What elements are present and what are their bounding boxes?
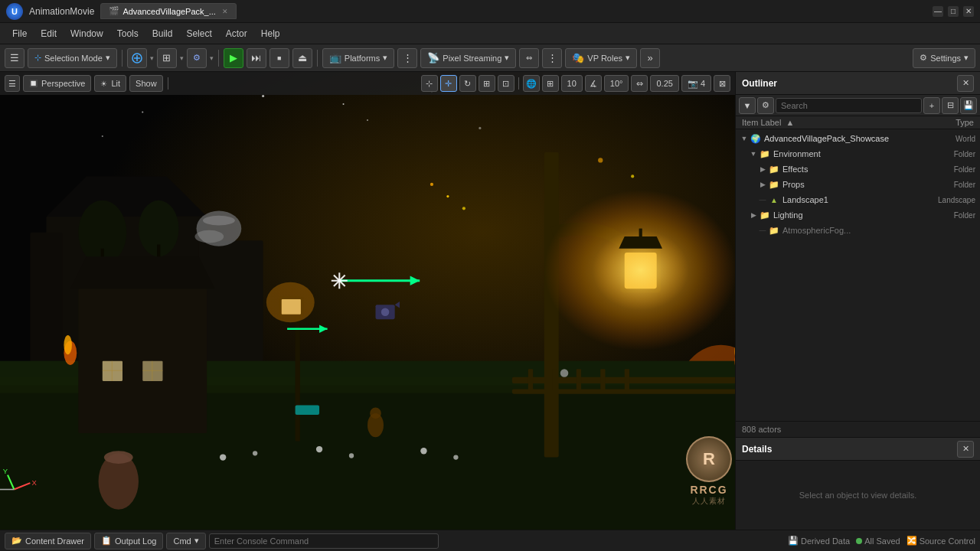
saved-status-dot [856, 538, 862, 544]
expand-effects[interactable]: ▶ [757, 164, 768, 174]
eject-button[interactable]: ⏏ [292, 48, 312, 68]
output-log-button[interactable]: 📋 Output Log [94, 533, 163, 549]
main-tab[interactable]: 🎬 AdvancedVillagePack_... ✕ [100, 3, 237, 19]
source-control-label: Source Control [920, 536, 975, 546]
tree-item-lighting[interactable]: ▶ 📁 Lighting Folder [736, 207, 980, 223]
hamburger-menu-button[interactable]: ☰ [5, 48, 24, 68]
tab-close-icon[interactable]: ✕ [222, 8, 228, 15]
rotate-button[interactable]: ↻ [459, 75, 476, 92]
outliner-search-input[interactable] [776, 98, 922, 113]
toolbar-dots-button[interactable]: ⋮ [397, 48, 417, 68]
settings-button[interactable]: ⚙ Settings ▾ [913, 48, 975, 68]
main-area: X Y - Z ☰ 🔲 Perspective ☀ Lit Show [0, 72, 980, 530]
platforms-button[interactable]: 📺 Platforms ▾ [322, 48, 394, 68]
outliner-columns: Item Label ▲ Type [736, 116, 980, 129]
tree-item-atmosphericfog[interactable]: — 📁 AtmosphericFog... [736, 223, 980, 238]
cmd-label-button[interactable]: Cmd ▾ [166, 533, 205, 549]
outliner-save-button[interactable]: 💾 [960, 97, 977, 114]
lit-button[interactable]: ☀ Lit [94, 75, 126, 92]
selection-mode-button[interactable]: ⊹ Selection Mode ▾ [28, 48, 117, 68]
vp-roles-button[interactable]: 🎭 VP Roles ▾ [565, 48, 637, 68]
selection-mode-icon: ⊹ [34, 53, 41, 63]
viewport-menu-button[interactable]: ☰ [5, 75, 20, 92]
menu-build[interactable]: Build [146, 26, 179, 41]
pixel-streaming-button[interactable]: 📡 Pixel Streaming ▾ [420, 48, 516, 68]
details-close-button[interactable]: ✕ [957, 441, 974, 458]
expand-lighting[interactable]: ▶ [748, 210, 759, 220]
add-content-button[interactable] [127, 48, 147, 68]
expand-toolbar-button[interactable]: » [640, 48, 660, 68]
menu-edit[interactable]: Edit [34, 26, 63, 41]
viewport-toolbar: ☰ 🔲 Perspective ☀ Lit Show ⊹ ✛ ↻ ⊞ ⊡ [0, 72, 735, 95]
vp-roles-icon: 🎭 [572, 52, 584, 64]
pixel-streaming-dropdown-icon: ▾ [505, 53, 509, 63]
menu-window[interactable]: Window [64, 26, 109, 41]
stop-button[interactable]: ■ [270, 48, 289, 68]
scale-button[interactable]: ⊞ [479, 75, 495, 92]
outliner-options-button[interactable]: ⚙ [757, 97, 774, 114]
lighting-folder-icon: 📁 [759, 209, 771, 221]
grid-size-button[interactable]: 10 [561, 75, 583, 92]
pixel-streaming-icon: 📡 [427, 52, 439, 64]
expand-root[interactable]: ▼ [739, 133, 750, 144]
expand-environment[interactable]: ▼ [748, 148, 759, 159]
show-button[interactable]: Show [129, 75, 163, 92]
toolbar-separator-2 [218, 50, 219, 67]
menu-file[interactable]: File [6, 26, 33, 41]
angle-value-button[interactable]: 10° [604, 75, 629, 92]
outliner-close-button[interactable]: ✕ [957, 75, 974, 92]
bp-button[interactable]: ⚙ [187, 48, 207, 68]
all-saved-status[interactable]: All Saved [856, 536, 900, 546]
outliner-add-button[interactable]: + [923, 97, 940, 114]
derived-data-label: Derived Data [801, 536, 850, 546]
play-button[interactable]: ▶ [224, 48, 243, 68]
screen-button[interactable]: ⊡ [498, 75, 514, 92]
connect-button[interactable]: ⇔ [519, 48, 539, 68]
derived-data-status[interactable]: 💾 Derived Data [788, 536, 850, 546]
environment-type: Folder [919, 150, 980, 158]
expand-atmospheric[interactable]: — [757, 225, 768, 236]
snap-button[interactable]: ⊞ [157, 48, 177, 68]
step-button[interactable]: ⏭ [247, 48, 266, 68]
outliner-filter-button[interactable]: ▼ [739, 97, 756, 114]
select-tool-button[interactable]: ⊹ [421, 75, 438, 92]
expand-landscape[interactable]: — [757, 194, 768, 205]
scene-background [0, 72, 735, 530]
scale-icon-btn[interactable]: ⇔ [631, 75, 648, 92]
console-command-input[interactable] [209, 533, 439, 549]
expand-props[interactable]: ▶ [757, 179, 768, 190]
perspective-button[interactable]: 🔲 Perspective [23, 75, 91, 92]
more-options-button[interactable]: ⋮ [542, 48, 562, 68]
platforms-icon: 📺 [329, 52, 341, 64]
source-control-status[interactable]: 🔀 Source Control [906, 536, 975, 546]
transform-button[interactable]: ✛ [440, 75, 457, 92]
outliner-collapse-button[interactable]: ⊟ [942, 97, 959, 114]
maximize-viewport-button[interactable]: ⊠ [714, 75, 730, 92]
bp-dropdown-icon: ▾ [210, 54, 214, 62]
minimize-button[interactable]: — [933, 6, 943, 17]
globe-button[interactable]: 🌐 [523, 75, 540, 92]
menu-select[interactable]: Select [180, 26, 217, 41]
scale-value-button[interactable]: 0.25 [650, 75, 678, 92]
right-panel: Outliner ✕ ▼ ⚙ + ⊟ 💾 Item Label ▲ Type [735, 72, 980, 530]
platforms-dropdown-icon: ▾ [383, 53, 387, 63]
content-drawer-label: Content Drawer [25, 536, 84, 546]
tree-item-environment[interactable]: ▼ 📁 Environment Folder [736, 146, 980, 161]
menu-actor[interactable]: Actor [220, 26, 253, 41]
viewport[interactable]: X Y - Z ☰ 🔲 Perspective ☀ Lit Show [0, 72, 735, 530]
tree-item-effects[interactable]: ▶ 📁 Effects Folder [736, 161, 980, 177]
grid-button[interactable]: ⊞ [542, 75, 559, 92]
tree-item-props[interactable]: ▶ 📁 Props Folder [736, 177, 980, 192]
angle-icon-btn[interactable]: ∡ [585, 75, 602, 92]
outliner-header-controls: ✕ [957, 75, 974, 92]
title-bar: U AnimationMovie 🎬 AdvancedVillagePack_.… [0, 0, 980, 23]
maximize-button[interactable]: □ [948, 6, 959, 17]
close-button[interactable]: ✕ [963, 6, 974, 17]
num-button[interactable]: 📷 4 [681, 75, 711, 92]
content-drawer-button[interactable]: 📂 Content Drawer [5, 533, 91, 549]
settings-dropdown-icon: ▾ [964, 53, 969, 63]
tree-item-landscape[interactable]: — ▲ Landscape1 Landscape [736, 192, 980, 207]
menu-tools[interactable]: Tools [111, 26, 145, 41]
tree-item-root[interactable]: ▼ 🌍 AdvancedVillagePack_Showcase World [736, 131, 980, 146]
menu-help[interactable]: Help [255, 26, 286, 41]
